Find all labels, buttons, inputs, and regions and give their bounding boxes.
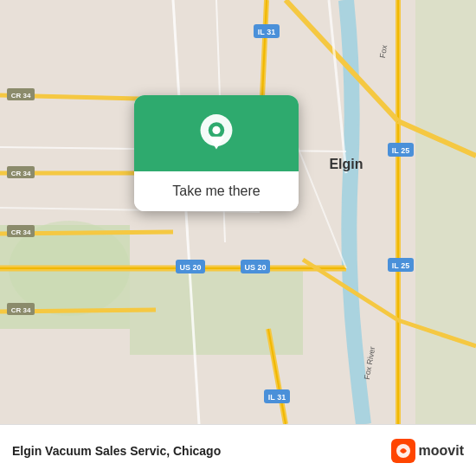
svg-text:CR 34: CR 34: [11, 228, 31, 236]
svg-text:Elgin: Elgin: [329, 157, 363, 171]
take-me-there-button[interactable]: Take me there: [134, 171, 299, 211]
moovit-icon: [391, 439, 415, 463]
svg-point-54: [212, 126, 220, 134]
svg-text:CR 34: CR 34: [11, 170, 31, 177]
svg-text:IL 31: IL 31: [258, 28, 275, 36]
svg-text:CR 34: CR 34: [11, 306, 31, 314]
svg-text:CR 34: CR 34: [11, 92, 31, 100]
bottom-bar: Elgin Vacuum Sales Servic, Chicago moovi…: [0, 424, 476, 476]
map-svg: IL 31 IL 31 IL 25 IL 25 US 20 US 20 IL 3…: [0, 0, 476, 424]
svg-text:US 20: US 20: [179, 263, 201, 272]
svg-rect-3: [415, 0, 476, 424]
map-container: IL 31 IL 31 IL 25 IL 25 US 20 US 20 IL 3…: [0, 0, 476, 424]
location-title: Elgin Vacuum Sales Servic, Chicago: [12, 444, 391, 458]
popup-green-header: [134, 95, 299, 171]
location-pin-icon: [196, 114, 237, 156]
svg-text:IL 31: IL 31: [268, 393, 286, 402]
moovit-logo: moovit: [391, 439, 464, 463]
moovit-text: moovit: [419, 443, 464, 459]
svg-text:IL 25: IL 25: [392, 146, 409, 155]
svg-text:US 20: US 20: [244, 263, 266, 272]
svg-text:IL 25: IL 25: [392, 261, 409, 270]
map-popup: Take me there: [134, 95, 299, 211]
